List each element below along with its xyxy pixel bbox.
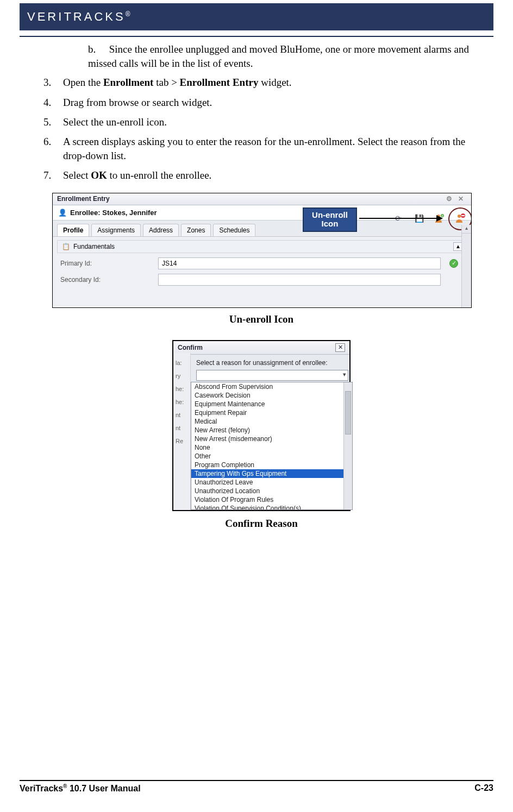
panel-title-text: Enrollee: Stokes, Jennifer <box>70 209 157 217</box>
fundamentals-icon: 📋 <box>62 243 70 250</box>
figure-confirm-dialog: Confirm ✕ la: ry he: he: nt nt Re Select… <box>172 340 351 511</box>
step-6: 6.A screen displays asking you to enter … <box>43 135 487 163</box>
footer-page-number: C-23 <box>474 783 493 794</box>
tab-zones[interactable]: Zones <box>181 224 211 236</box>
tab-profile[interactable]: Profile <box>57 224 89 236</box>
tab-schedules[interactable]: Schedules <box>213 224 255 236</box>
window-title-icons: ⚙ ✕ <box>446 195 467 203</box>
callout-arrow <box>359 218 442 219</box>
footer-left: VeriTracks® 10.7 User Manual <box>20 783 141 794</box>
person-icon: 👤 <box>58 209 67 217</box>
reason-option[interactable]: New Arrest (misdemeanor) <box>191 435 352 443</box>
window-gear-icon[interactable]: ⚙ <box>446 195 455 203</box>
reason-option[interactable]: Tampering With Gps Equipment <box>191 469 352 478</box>
section-fundamentals[interactable]: 📋 Fundamentals ▲ <box>57 240 467 253</box>
brand-text: VERITRACKS <box>27 10 126 23</box>
figure1-caption: Un-enroll Icon <box>36 312 487 326</box>
reason-option[interactable]: Unauthorized Leave <box>191 478 352 487</box>
dialog-titlebar: Confirm ✕ <box>173 341 349 355</box>
secondary-id-input[interactable] <box>158 274 441 286</box>
page-footer: VeriTracks® 10.7 User Manual C-23 <box>20 780 493 794</box>
header-bar: VERITRACKS® <box>20 3 493 30</box>
reason-option[interactable]: Equipment Maintenance <box>191 400 352 408</box>
footer-rule <box>20 780 493 781</box>
body-content: b. Since the enrollee unplugged and move… <box>20 42 493 531</box>
tab-assignments[interactable]: Assignments <box>91 224 141 236</box>
reason-option[interactable]: Violation Of Supervision Condition(s) <box>191 504 352 510</box>
brand-logo: VERITRACKS® <box>27 10 130 24</box>
step-7: 7. Select OK to un-enroll the enrollee. <box>43 168 487 182</box>
background-rail: la: ry he: he: nt nt Re <box>173 353 191 510</box>
primary-id-input[interactable] <box>158 257 441 269</box>
scrollbar-thumb[interactable] <box>345 391 351 435</box>
scroll-up-icon[interactable]: ▴ <box>462 225 471 234</box>
reason-option[interactable]: Program Completion <box>191 461 352 469</box>
reason-option[interactable]: Other <box>191 452 352 461</box>
secondary-id-label: Secondary Id: <box>60 276 153 284</box>
tab-address[interactable]: Address <box>143 224 179 236</box>
step-4: 4.Drag from browse or search widget. <box>43 96 487 110</box>
dialog-title: Confirm <box>178 344 203 351</box>
figure2-caption: Confirm Reason <box>36 517 487 531</box>
substep-b-text: Since the enrollee unplugged and moved B… <box>88 43 469 69</box>
valid-check-icon <box>449 259 458 268</box>
window-titlebar: Enrollment Entry ⚙ ✕ <box>53 193 471 205</box>
reason-option[interactable]: Casework Decision <box>191 391 352 400</box>
reason-option[interactable]: Violation Of Program Rules <box>191 495 352 504</box>
field-secondary-id: Secondary Id: <box>53 273 471 289</box>
dialog-prompt: Select a reason for unassignment of enro… <box>196 359 344 367</box>
field-primary-id: Primary Id: <box>53 256 471 273</box>
reason-listbox[interactable]: Abscond From SupervisionCasework Decisio… <box>191 382 353 510</box>
step-3: 3. Open the Enrollment tab > Enrollment … <box>43 75 487 90</box>
primary-id-label: Primary Id: <box>60 260 153 267</box>
reason-option[interactable]: New Arrest (felony) <box>191 426 352 435</box>
brand-reg: ® <box>126 10 130 18</box>
callout-label: Un-enroll Icon <box>303 207 357 232</box>
figure-enrollment-entry: Enrollment Entry ⚙ ✕ 👤 Enrollee: Stokes,… <box>52 193 472 308</box>
substep-b: b. Since the enrollee unplugged and move… <box>88 42 487 70</box>
reason-option[interactable]: Medical <box>191 417 352 426</box>
dialog-close-icon[interactable]: ✕ <box>335 343 345 352</box>
reason-option[interactable]: Equipment Repair <box>191 408 352 417</box>
vertical-scrollbar[interactable]: ▴ <box>461 225 471 307</box>
window-close-icon[interactable]: ✕ <box>458 195 467 203</box>
step-list: 3. Open the Enrollment tab > Enrollment … <box>43 75 487 182</box>
step-5: 5.Select the un-enroll icon. <box>43 115 487 129</box>
reason-option[interactable]: Unauthorized Location <box>191 487 352 495</box>
substep-b-label: b. <box>88 42 107 56</box>
reason-option[interactable]: Abscond From Supervision <box>191 382 352 391</box>
reason-option[interactable]: None <box>191 443 352 452</box>
section-label: Fundamentals <box>73 243 115 250</box>
listbox-scrollbar[interactable] <box>343 382 352 509</box>
reason-dropdown[interactable] <box>196 370 348 381</box>
window-title: Enrollment Entry <box>57 195 110 203</box>
header-rule <box>20 36 493 37</box>
